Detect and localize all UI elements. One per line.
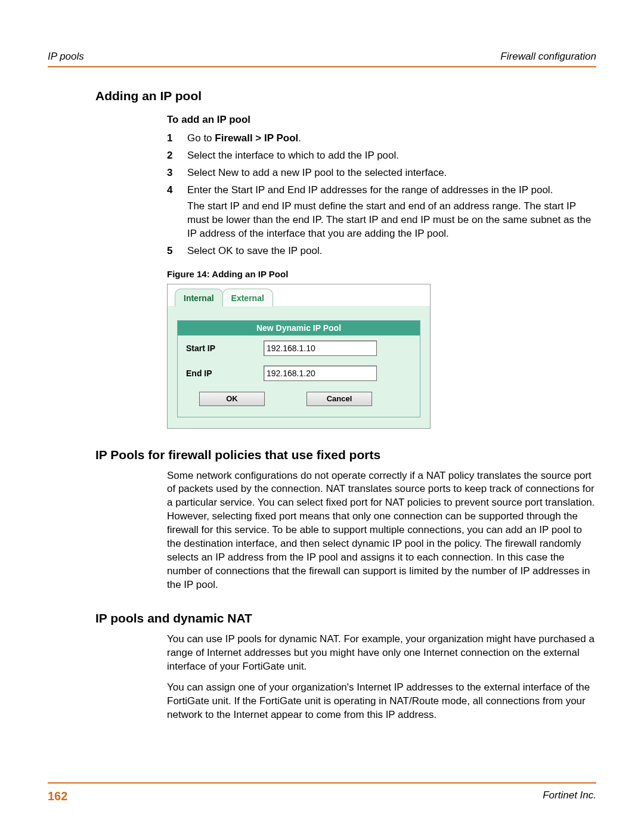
figure-ip-pool: Internal External New Dynamic IP Pool St…: [167, 284, 431, 429]
step-4: 4 Enter the Start IP and End IP addresse…: [167, 184, 596, 241]
cancel-button[interactable]: Cancel: [306, 392, 372, 406]
running-head-right: Firewall configuration: [500, 51, 596, 63]
figure-caption: Figure 14: Adding an IP Pool: [167, 269, 596, 279]
step-text: Enter the Start IP and End IP addresses …: [187, 184, 553, 196]
label-start-ip: Start IP: [186, 343, 264, 353]
step-text: Select the interface to which to add the…: [187, 150, 399, 161]
running-head: IP pools Firewall configuration: [48, 51, 596, 67]
new-ip-pool-panel: New Dynamic IP Pool Start IP End IP OK C…: [177, 320, 420, 417]
nav-path: Firewall > IP Pool: [215, 132, 298, 144]
company-name: Fortinet Inc.: [543, 789, 596, 803]
step-1: 1 Go to Firewall > IP Pool.: [167, 132, 596, 145]
input-start-ip[interactable]: [264, 340, 377, 356]
step-2: 2 Select the interface to which to add t…: [167, 149, 596, 163]
row-end-ip: End IP: [178, 361, 420, 386]
para-dynamic-nat-2: You can assign one of your organization'…: [167, 681, 596, 722]
heading-dynamic-nat: IP pools and dynamic NAT: [95, 611, 596, 625]
page-footer: 162 Fortinet Inc.: [48, 782, 596, 803]
step-number: 5: [167, 244, 172, 258]
running-head-left: IP pools: [48, 51, 84, 63]
step-text: Go to: [187, 132, 215, 144]
heading-fixed-ports: IP Pools for firewall policies that use …: [95, 448, 596, 462]
procedure-title: To add an IP pool: [167, 114, 596, 126]
ok-button[interactable]: OK: [199, 392, 265, 406]
step-number: 3: [167, 166, 172, 180]
step-text-suffix: .: [298, 132, 301, 144]
step-number: 4: [167, 184, 172, 197]
step-number: 1: [167, 132, 172, 145]
tab-internal[interactable]: Internal: [175, 289, 223, 306]
figure-body: New Dynamic IP Pool Start IP End IP OK C…: [168, 306, 430, 428]
label-end-ip: End IP: [186, 368, 264, 378]
step-5: 5 Select OK to save the IP pool.: [167, 244, 596, 258]
step-text: Select New to add a new IP pool to the s…: [187, 167, 447, 178]
page-number: 162: [48, 789, 67, 803]
para-fixed-ports: Some network configurations do not opera…: [167, 469, 596, 592]
row-start-ip: Start IP: [178, 336, 420, 361]
step-number: 2: [167, 149, 172, 163]
step-text: Select OK to save the IP pool.: [187, 245, 323, 256]
button-row: OK Cancel: [178, 386, 420, 417]
page: IP pools Firewall configuration Adding a…: [0, 0, 644, 833]
para-dynamic-nat-1: You can use IP pools for dynamic NAT. Fo…: [167, 633, 596, 674]
panel-title: New Dynamic IP Pool: [178, 321, 420, 336]
tab-bar: Internal External: [168, 284, 430, 306]
heading-adding-ip-pool: Adding an IP pool: [95, 89, 596, 103]
steps-list: 1 Go to Firewall > IP Pool. 2 Select the…: [167, 132, 596, 258]
step-3: 3 Select New to add a new IP pool to the…: [167, 166, 596, 180]
tab-external[interactable]: External: [222, 289, 273, 306]
input-end-ip[interactable]: [264, 366, 377, 381]
step-note: The start IP and end IP must define the …: [187, 200, 596, 241]
